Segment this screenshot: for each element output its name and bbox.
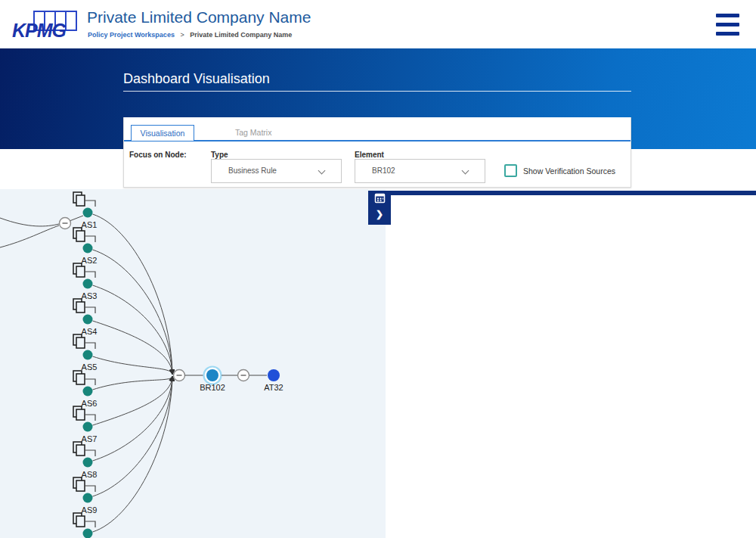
copy-document-icon [76, 480, 85, 491]
table-icon [373, 193, 386, 204]
graph-edge [93, 377, 173, 425]
graph-edge [93, 377, 173, 390]
copy-document-icon [76, 195, 85, 206]
copy-document-icon [76, 231, 85, 241]
node-label: AS8 [82, 470, 98, 479]
hamburger-menu-icon[interactable] [716, 14, 739, 36]
controls-panel: Visualisation Tag Matrix Focus on Node: … [123, 117, 631, 188]
icon-connector [85, 343, 95, 349]
app-root: KPMG Private Limited Company Name Policy… [0, 0, 756, 538]
node-label: BR102 [200, 383, 225, 392]
copy-document-icon [76, 374, 85, 384]
type-dropdown-value: Business Rule [228, 166, 277, 175]
article-statement-node[interactable] [83, 493, 93, 503]
element-dropdown[interactable]: BR102 [355, 159, 485, 183]
node-label: AS6 [82, 399, 98, 408]
node-label: AS1 [82, 220, 98, 229]
panel-collapse-button[interactable]: ❯ [368, 191, 391, 225]
graph-edge [93, 377, 173, 461]
banner-title: Dashboard Visualisation [123, 71, 270, 87]
article-statement-node[interactable] [83, 529, 93, 538]
graph-edge [0, 218, 59, 226]
article-statement-node[interactable] [83, 315, 93, 325]
graph-edge [93, 377, 173, 496]
element-dropdown-value: BR102 [372, 166, 395, 175]
tab-tag-matrix[interactable]: Tag Matrix [235, 125, 280, 141]
copy-document-icon [76, 445, 85, 456]
type-label: Type [211, 151, 228, 159]
chevron-down-icon [462, 167, 469, 175]
breadcrumb: Policy Project Workspaces > Private Limi… [88, 31, 292, 39]
copy-document-icon [76, 302, 85, 313]
chevron-down-icon [318, 167, 326, 175]
graph-edge [93, 285, 173, 374]
copy-document-icon [76, 337, 85, 348]
kpmg-logo-text: KPMG [12, 20, 66, 42]
article-statement-node[interactable] [83, 458, 93, 468]
article-statement-node[interactable] [83, 422, 93, 432]
tab-underline [124, 140, 631, 141]
business-rule-node[interactable] [206, 369, 218, 381]
node-label: AS9 [82, 505, 98, 515]
focus-on-node-label: Focus on Node: [129, 151, 187, 159]
relationship-graph: AS1AS2AS3AS4AS5AS6AS7AS8AS9BR102AT32 [0, 189, 386, 538]
article-statement-node[interactable] [83, 244, 93, 253]
copy-document-icon [76, 266, 85, 277]
panel-top-bar [368, 191, 756, 195]
kpmg-logo: KPMG [11, 9, 80, 41]
article-statement-node[interactable] [83, 279, 93, 289]
graph-edge [93, 377, 173, 532]
breadcrumb-separator: > [180, 31, 184, 39]
breadcrumb-current: Private Limited Company Name [190, 31, 292, 39]
article-statement-node[interactable] [83, 387, 93, 397]
graph-edge [93, 356, 173, 374]
show-verification-sources-checkbox[interactable] [504, 164, 517, 177]
breadcrumb-link-workspaces[interactable]: Policy Project Workspaces [88, 31, 175, 39]
copy-document-icon [76, 409, 85, 420]
copy-document-icon [76, 516, 85, 527]
icon-connector [85, 236, 95, 242]
icon-connector [85, 307, 95, 313]
icon-connector [85, 486, 95, 492]
icon-connector [85, 415, 95, 421]
node-label: AS7 [82, 434, 98, 443]
tab-visualisation[interactable]: Visualisation [131, 125, 194, 141]
node-label: AS3 [82, 291, 98, 300]
page-title: Private Limited Company Name [87, 8, 311, 26]
article-statement-node[interactable] [83, 208, 93, 218]
show-verification-sources-label: Show Verification Sources [523, 166, 615, 176]
attribute-node[interactable] [268, 369, 280, 381]
chevron-right-icon: ❯ [368, 207, 391, 222]
icon-connector [85, 521, 95, 527]
element-label: Element [355, 151, 384, 159]
node-label: AS2 [82, 256, 98, 265]
node-label: AS5 [82, 362, 98, 372]
icon-connector [85, 379, 95, 385]
banner-underline [123, 91, 631, 92]
detail-panel: Obligations 2 Total IDObligation NameObl… [386, 189, 756, 538]
icon-connector [85, 272, 95, 278]
icon-connector [85, 201, 95, 207]
graph-edge [93, 214, 173, 374]
type-dropdown[interactable]: Business Rule [211, 159, 342, 183]
article-statement-node[interactable] [83, 350, 93, 360]
graph-edge [93, 250, 173, 374]
graph-edge [93, 321, 173, 374]
node-label: AT32 [264, 383, 283, 392]
node-label: AS4 [82, 327, 98, 336]
graph-edge [0, 225, 59, 247]
icon-connector [85, 450, 95, 456]
app-header: KPMG Private Limited Company Name Policy… [0, 0, 756, 48]
